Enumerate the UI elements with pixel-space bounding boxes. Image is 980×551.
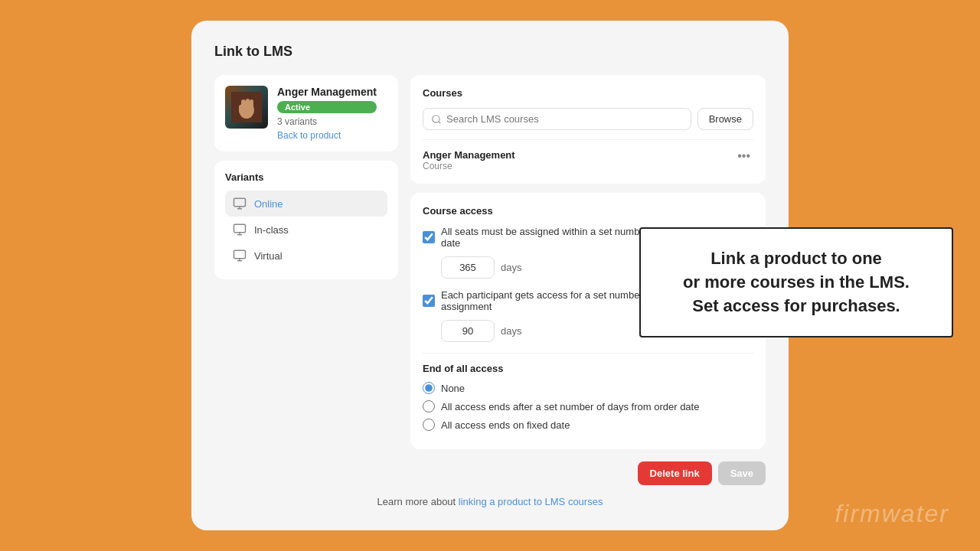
tooltip-overlay: Link a product to oneor more courses in … xyxy=(639,227,953,337)
checkbox-days-order[interactable] xyxy=(423,231,435,243)
modal-title: Link to LMS xyxy=(214,44,766,60)
checkbox-days-assignment[interactable] xyxy=(423,295,435,307)
classroom-icon xyxy=(233,223,247,236)
radio-row-fixed: All access ends on fixed date xyxy=(423,419,753,431)
product-info: Anger Management Active 3 variants Back … xyxy=(277,86,377,141)
variant-item-online[interactable]: Online xyxy=(225,191,387,217)
learn-more-section: Learn more about linking a product to LM… xyxy=(214,496,766,507)
status-badge: Active xyxy=(277,101,377,113)
svg-rect-6 xyxy=(234,198,246,207)
radio-none[interactable] xyxy=(423,382,435,394)
product-variants: 3 variants xyxy=(277,116,377,127)
svg-line-16 xyxy=(439,121,441,123)
days-input-1[interactable] xyxy=(441,256,495,279)
search-icon xyxy=(431,114,442,125)
radio-fixed[interactable] xyxy=(423,419,435,431)
svg-rect-3 xyxy=(246,99,250,110)
svg-rect-5 xyxy=(239,105,243,112)
radio-row-none: None xyxy=(423,382,753,394)
variant-item-virtual[interactable]: Virtual xyxy=(225,243,387,269)
radio-label-none: None xyxy=(441,383,465,394)
search-input-wrap[interactable] xyxy=(423,108,691,130)
variant-label-virtual: Virtual xyxy=(254,250,283,262)
virtual-icon xyxy=(233,249,247,262)
tooltip-text: Link a product to oneor more courses in … xyxy=(683,249,910,315)
learn-more-link[interactable]: linking a product to LMS courses xyxy=(459,496,603,507)
search-input[interactable] xyxy=(446,113,683,125)
variant-label-inclass: In-class xyxy=(254,224,289,236)
svg-rect-12 xyxy=(234,250,246,259)
delete-link-button[interactable]: Delete link xyxy=(638,461,712,485)
end-access-title: End of all access xyxy=(423,363,753,374)
search-row: Browse xyxy=(423,108,753,130)
radio-row-days: All access ends after a set number of da… xyxy=(423,400,753,412)
link-to-lms-modal: Link to LMS Anger Mana xyxy=(191,21,789,530)
course-item: Anger Management Course ••• xyxy=(423,139,753,171)
course-more-button[interactable]: ••• xyxy=(734,149,753,163)
learn-more-prefix: Learn more about xyxy=(377,496,459,507)
variant-label-online: Online xyxy=(254,198,283,210)
browse-button[interactable]: Browse xyxy=(697,108,753,130)
modal-footer: Delete link Save xyxy=(214,461,766,485)
monitor-icon xyxy=(233,197,247,210)
left-panel: Anger Management Active 3 variants Back … xyxy=(214,75,398,449)
radio-label-fixed: All access ends on fixed date xyxy=(441,419,570,431)
radio-label-days: All access ends after a set number of da… xyxy=(441,401,699,412)
course-access-title: Course access xyxy=(423,205,753,217)
product-name: Anger Management xyxy=(277,86,377,98)
svg-rect-4 xyxy=(250,99,253,110)
courses-title: Courses xyxy=(423,87,753,99)
end-access-section: End of all access None All access ends a… xyxy=(423,353,753,431)
variant-item-inclass[interactable]: In-class xyxy=(225,217,387,243)
variants-title: Variants xyxy=(225,171,387,183)
days-label-1: days xyxy=(501,262,521,273)
product-image xyxy=(225,86,268,129)
firmwater-watermark: firmwater xyxy=(835,500,949,528)
back-to-product-link[interactable]: Back to product xyxy=(277,130,377,141)
radio-days[interactable] xyxy=(423,400,435,412)
save-button[interactable]: Save xyxy=(718,461,766,485)
course-item-name: Anger Management xyxy=(423,149,515,161)
svg-rect-9 xyxy=(234,224,246,233)
course-item-info: Anger Management Course xyxy=(423,149,515,171)
product-card: Anger Management Active 3 variants Back … xyxy=(214,75,398,152)
svg-point-15 xyxy=(433,115,439,122)
course-item-type: Course xyxy=(423,161,515,171)
variants-section: Variants Online In-class xyxy=(214,161,398,279)
courses-section: Courses Browse Anger Management Course xyxy=(410,75,766,184)
days-input-2[interactable] xyxy=(441,320,495,342)
days-label-2: days xyxy=(501,325,521,337)
